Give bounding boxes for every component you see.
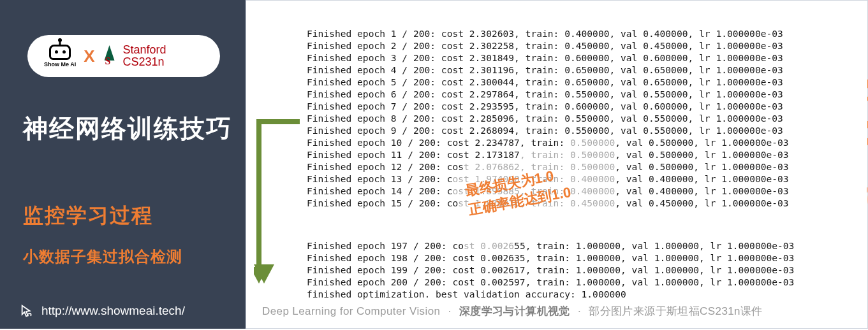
log-line: Finished epoch 7 / 200: cost 2.293595, t… [307, 100, 794, 112]
x-separator: X [84, 47, 94, 66]
log-line: Finished epoch 1 / 200: cost 2.302603, t… [307, 27, 794, 39]
dot2: · [578, 305, 581, 317]
cursor-icon [20, 304, 34, 318]
stanford-line2: CS231n [123, 56, 166, 68]
footer-src: 部分图片来源于斯坦福CS231n课件 [589, 305, 763, 317]
log-line: Finished epoch 10 / 200: cost 2.234787, … [307, 136, 794, 148]
footer-cn: 深度学习与计算机视觉 [459, 305, 570, 317]
watermark-a: Show [861, 145, 868, 208]
footer-url-block: http://www.showmeai.tech/ [20, 304, 185, 318]
sidebar: Show Me AI X S Stanford CS231n 神经网络训练技巧 … [0, 0, 246, 329]
log-line: Finished epoch 200 / 200: cost 0.002597,… [307, 276, 794, 288]
log-line: Finished epoch 8 / 200: cost 2.285096, t… [307, 112, 794, 124]
log-line: Finished epoch 6 / 200: cost 2.297864, t… [307, 88, 794, 100]
log-line: Finished epoch 197 / 200: cost 0.002655,… [307, 240, 794, 252]
footer-en: Deep Learning for Computer Vision [262, 305, 440, 317]
subtitle-2: 小数据子集过拟合检测 [23, 247, 182, 267]
brand-badge: Show Me AI X S Stanford CS231n [27, 35, 220, 77]
page-title: 神经网络训练技巧 [23, 111, 232, 146]
subtitle-1: 监控学习过程 [23, 202, 153, 230]
log-line: finished optimization. best validation a… [307, 288, 794, 300]
footer-url[interactable]: http://www.showmeai.tech/ [41, 304, 185, 318]
log-line: Finished epoch 9 / 200: cost 2.268094, t… [307, 124, 794, 136]
log-line: Finished epoch 198 / 200: cost 0.002635,… [307, 252, 794, 264]
log-line: Finished epoch 11 / 200: cost 2.173187, … [307, 148, 794, 161]
robot-icon [49, 45, 71, 60]
log-line: Finished epoch 5 / 200: cost 2.300044, t… [307, 76, 794, 88]
watermark-b: MeAI [861, 78, 868, 145]
training-log: Finished epoch 1 / 200: cost 2.302603, t… [307, 27, 794, 300]
dot1: · [448, 305, 452, 317]
main-panel: Finished epoch 1 / 200: cost 2.302603, t… [246, 0, 868, 329]
stanford-text: Stanford CS231n [123, 44, 166, 68]
showmeai-text: Show Me AI [44, 61, 76, 68]
stanford-logo-icon: S [103, 45, 117, 67]
log-line: Finished epoch 3 / 200: cost 2.301849, t… [307, 52, 794, 64]
showmeai-logo: Show Me AI [44, 45, 76, 68]
progress-arrow-icon [254, 119, 304, 285]
log-line: Finished epoch 4 / 200: cost 2.301196, t… [307, 64, 794, 76]
log-line: Finished epoch 199 / 200: cost 0.002617,… [307, 264, 794, 276]
stanford-line1: Stanford [123, 44, 166, 56]
footer-caption: Deep Learning for Computer Vision · 深度学习… [262, 304, 763, 319]
log-line: Finished epoch 2 / 200: cost 2.302258, t… [307, 39, 794, 52]
watermark: ShowMeAI [860, 78, 868, 208]
